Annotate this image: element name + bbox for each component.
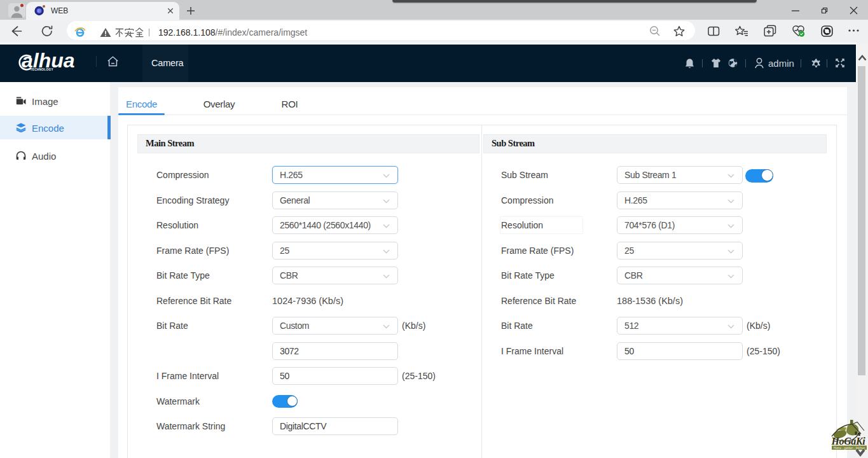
svg-text:Home - garden - kitchen: Home - garden - kitchen <box>834 447 865 450</box>
svg-text:TECHNOLOGY: TECHNOLOGY <box>31 68 54 71</box>
svg-text:HoGaKi: HoGaKi <box>831 436 866 447</box>
